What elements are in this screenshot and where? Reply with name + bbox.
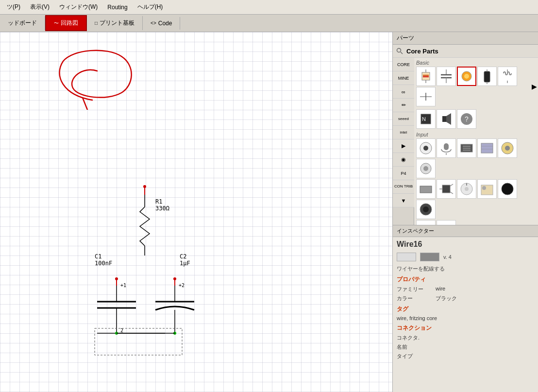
parts-scroll-right[interactable]: ▶: [532, 83, 537, 90]
svg-point-24: [397, 49, 401, 52]
part-diode[interactable]: [416, 87, 436, 106]
tab-breadboard[interactable]: ッドボード: [0, 16, 45, 30]
svg-point-75: [502, 183, 513, 195]
inspector-tags-row: wire, fritzing core: [393, 314, 538, 322]
parts-tab-p4[interactable]: P4: [393, 167, 414, 180]
svg-point-51: [423, 146, 428, 151]
part-capacitor[interactable]: [437, 67, 456, 86]
part-rfid[interactable]: RFIDID12: [416, 220, 436, 225]
inspector-name-row: 名前: [393, 342, 538, 352]
svg-point-10: [115, 277, 118, 280]
tab-pcb[interactable]: □ プリント基板: [87, 16, 143, 30]
parts-tab-infinity[interactable]: ∞: [393, 85, 414, 99]
parts-tab-contrib[interactable]: CON TRIB: [393, 180, 414, 194]
tab-code[interactable]: <> Code: [143, 17, 180, 30]
svg-rect-65: [420, 186, 432, 193]
tab-schematic-label: 回路図: [61, 19, 78, 27]
pcb-icon: □: [95, 20, 98, 26]
basic-parts-grid: ▶: [416, 67, 536, 106]
menu-tools[interactable]: ツ(P): [2, 1, 25, 13]
part-n-ic[interactable]: N: [416, 109, 436, 129]
parts-tab-seeed[interactable]: seeed: [393, 112, 414, 126]
parts-tab-mine[interactable]: MINE: [393, 71, 414, 85]
tab-code-label: Code: [158, 20, 172, 27]
inspector-color-key: カラー: [397, 295, 436, 302]
menu-window[interactable]: ウィンドウ(W): [54, 1, 102, 13]
part-touch[interactable]: [416, 200, 436, 219]
svg-point-77: [423, 206, 429, 212]
svg-point-36: [464, 74, 469, 79]
basic-parts-grid-2: N ?: [416, 109, 536, 129]
schematic-wave-icon: 〜: [54, 20, 59, 27]
part-resistor[interactable]: [416, 67, 436, 86]
input-parts-grid-2: [416, 179, 536, 219]
part-matrix[interactable]: [437, 220, 456, 225]
parts-tab-intel[interactable]: intel: [393, 126, 414, 139]
inspector-connections-label: コネクション: [393, 322, 538, 333]
menu-help[interactable]: ヘルプ(H): [133, 1, 168, 13]
part-inductor[interactable]: [498, 67, 517, 86]
inspector-properties-label: プロパティ: [393, 273, 538, 285]
parts-tab-edit[interactable]: ✏: [393, 99, 414, 112]
parts-tab-arrow[interactable]: ▶: [393, 139, 414, 153]
parts-tab-down[interactable]: ▼: [393, 194, 414, 207]
menu-routing[interactable]: Routing: [102, 2, 132, 13]
parts-tab-core[interactable]: CORE: [393, 58, 414, 71]
part-ir-sensor[interactable]: [498, 179, 517, 199]
input-parts-grid-3: RFIDID12: [416, 220, 536, 225]
svg-point-64: [423, 166, 428, 171]
part-btn-round[interactable]: [416, 159, 436, 178]
inspector-color-swatch-1[interactable]: [397, 253, 416, 261]
parts-panel-title: パーツ: [397, 34, 414, 42]
tab-schematic[interactable]: 〜 回路図: [45, 15, 87, 31]
svg-text:?: ?: [465, 115, 469, 123]
parts-left-tabs: CORE MINE ∞ ✏ seeed intel ▶ ◉ P4 CON TRI…: [393, 58, 414, 225]
part-button-smd[interactable]: [416, 179, 436, 199]
svg-point-74: [482, 186, 486, 190]
part-question[interactable]: ?: [457, 109, 476, 129]
part-electrolytic[interactable]: [477, 67, 497, 86]
parts-search-icon[interactable]: [395, 46, 404, 56]
inspector-color-val: ブラック: [436, 295, 457, 302]
part-trimmer[interactable]: [457, 179, 476, 199]
parts-content: Basic: [414, 58, 538, 225]
part-encoder[interactable]: [477, 138, 497, 158]
svg-point-3: [143, 185, 146, 188]
inspector-title: Wire16: [393, 237, 538, 252]
svg-line-25: [401, 52, 403, 54]
svg-text:N: N: [422, 116, 426, 122]
svg-line-68: [450, 184, 453, 186]
inspector-color-swatch-2[interactable]: [420, 253, 439, 261]
inspector-tags-val: wire, fritzing core: [397, 315, 437, 321]
svg-rect-66: [442, 185, 450, 193]
schematic-canvas[interactable]: +1 2 +2: [0, 32, 392, 392]
input-category-label: Input: [416, 132, 536, 137]
inspector-color-row: カラー ブラック: [393, 294, 538, 303]
svg-point-62: [505, 146, 510, 151]
tab-breadboard-label: ッドボード: [8, 19, 37, 27]
svg-rect-22: [95, 328, 182, 355]
right-panel: パーツ Core Parts CORE MINE ∞ ✏ seeed intel…: [392, 32, 538, 392]
part-sensor-round[interactable]: [416, 138, 436, 158]
parts-tab-circle[interactable]: ◉: [393, 153, 414, 167]
menu-view[interactable]: 表示(V): [25, 1, 54, 13]
svg-text:+1: +1: [120, 283, 126, 288]
part-speaker[interactable]: [437, 109, 456, 129]
svg-rect-52: [444, 143, 449, 150]
input-parts-grid-1: [416, 138, 536, 178]
inspector-tags-label: タグ: [393, 303, 538, 314]
part-joystick[interactable]: [477, 179, 497, 199]
code-icon: <>: [151, 20, 156, 26]
part-rotary[interactable]: [498, 138, 517, 158]
basic-category-label: Basic: [416, 60, 536, 66]
part-mic[interactable]: [437, 138, 456, 158]
part-led[interactable]: [457, 67, 476, 86]
part-relay[interactable]: [457, 138, 476, 158]
svg-line-69: [450, 192, 453, 194]
inspector-connector-row: コネクタ.: [393, 333, 538, 342]
inspector-type-row: タイプ: [393, 352, 538, 361]
svg-rect-46: [442, 116, 446, 122]
tabbar: ッドボード 〜 回路図 □ プリント基板 <> Code: [0, 15, 538, 32]
part-transistor[interactable]: [437, 179, 456, 199]
inspector-description: ワイヤーを配線する: [393, 264, 538, 273]
